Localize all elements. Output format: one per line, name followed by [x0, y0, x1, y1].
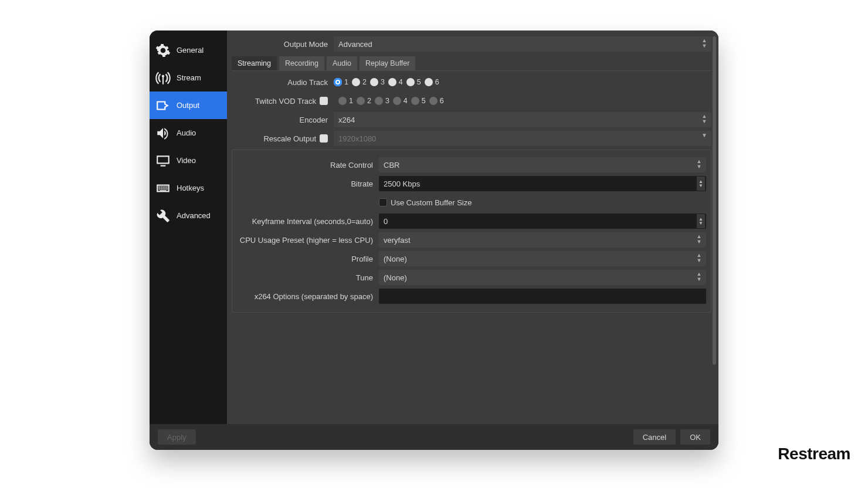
profile-row: Profile (None) ▲▼ — [232, 250, 706, 267]
main-content: Output Mode Advanced ▲▼ Streaming Record… — [227, 30, 718, 424]
output-mode-select[interactable]: Advanced ▲▼ — [334, 36, 711, 52]
scrollbar[interactable] — [713, 36, 716, 377]
twitch-vod-4: 4 — [393, 97, 408, 105]
radio-icon — [425, 78, 433, 86]
updown-icon: ▲▼ — [701, 38, 708, 49]
radio-icon — [406, 78, 415, 86]
sidebar-item-label: Output — [177, 101, 199, 110]
radio-icon — [375, 97, 383, 105]
tab-audio[interactable]: Audio — [327, 56, 357, 70]
cancel-button[interactable]: Cancel — [633, 429, 676, 445]
tab-replay-buffer[interactable]: Replay Buffer — [360, 56, 416, 70]
radio-icon — [352, 78, 360, 86]
custom-buffer-label: Use Custom Buffer Size — [391, 198, 472, 207]
twitch-vod-6: 6 — [429, 97, 444, 105]
sidebar-item-video[interactable]: Video — [150, 147, 227, 174]
keyframe-row: Keyframe Interval (seconds,0=auto) 0 ▲▼ — [232, 212, 706, 230]
profile-value: (None) — [384, 255, 407, 263]
rescale-checkbox[interactable] — [320, 134, 328, 143]
sidebar-item-hotkeys[interactable]: Hotkeys — [150, 174, 227, 202]
sidebar-item-label: Advanced — [177, 211, 211, 220]
sidebar-item-output[interactable]: Output — [150, 92, 227, 119]
ok-button[interactable]: OK — [680, 429, 710, 445]
tools-icon — [155, 208, 171, 223]
encoder-label: Encoder — [232, 116, 334, 124]
encoder-row: Encoder x264 ▲▼ — [232, 111, 711, 128]
scrollbar-thumb[interactable] — [713, 36, 716, 365]
sidebar-item-audio[interactable]: Audio — [150, 119, 227, 147]
output-mode-value: Advanced — [338, 40, 372, 49]
twitch-vod-3: 3 — [375, 97, 389, 105]
content-scroll: Output Mode Advanced ▲▼ Streaming Record… — [227, 30, 718, 424]
profile-label: Profile — [232, 255, 379, 263]
sidebar-item-label: Video — [177, 156, 196, 165]
keyboard-icon — [155, 181, 171, 196]
bitrate-input[interactable]: 2500 Kbps ▲▼ — [379, 176, 706, 191]
settings-window: General Stream Output Audio — [150, 30, 718, 450]
speaker-icon — [155, 126, 171, 141]
updown-icon: ▲▼ — [696, 253, 703, 263]
sidebar-item-advanced[interactable]: Advanced — [150, 202, 227, 229]
tune-label: Tune — [232, 273, 379, 282]
twitch-vod-label-wrap: Twitch VOD Track — [232, 97, 334, 106]
audio-track-3[interactable]: 3 — [370, 78, 385, 86]
keyframe-input[interactable]: 0 ▲▼ — [379, 214, 706, 229]
x264opts-row: x264 Options (separated by space) — [232, 287, 706, 305]
audio-track-2[interactable]: 2 — [352, 78, 367, 86]
bitrate-row: Bitrate 2500 Kbps ▲▼ — [232, 175, 706, 192]
spinner-icon[interactable]: ▲▼ — [697, 214, 705, 228]
custom-buffer-checkbox[interactable] — [379, 198, 387, 206]
audio-track-1[interactable]: 1 — [334, 78, 348, 86]
output-mode-row: Output Mode Advanced ▲▼ — [232, 35, 711, 53]
rescale-label-wrap: Rescale Output — [232, 134, 334, 143]
profile-select[interactable]: (None) ▲▼ — [379, 251, 706, 266]
audio-track-6[interactable]: 6 — [425, 78, 439, 86]
gear-icon — [155, 43, 171, 58]
cpu-preset-label: CPU Usage Preset (higher = less CPU) — [232, 236, 379, 245]
tab-recording[interactable]: Recording — [279, 56, 324, 70]
tune-row: Tune (None) ▲▼ — [232, 269, 706, 286]
radio-icon — [370, 78, 378, 86]
twitch-vod-checkbox[interactable] — [320, 97, 328, 105]
rescale-label: Rescale Output — [263, 134, 316, 143]
x264opts-label: x264 Options (separated by space) — [232, 292, 379, 301]
rate-control-value: CBR — [384, 161, 399, 170]
radio-icon — [357, 97, 365, 105]
spinner-icon[interactable]: ▲▼ — [697, 177, 705, 191]
monitor-icon — [155, 153, 171, 168]
watermark: Restream — [778, 445, 850, 463]
sidebar-item-label: General — [177, 46, 204, 55]
sidebar-item-label: Stream — [177, 73, 201, 82]
output-icon — [155, 98, 171, 113]
apply-button[interactable]: Apply — [158, 429, 196, 445]
rescale-row: Rescale Output 1920x1080 ▼ — [232, 130, 711, 147]
updown-icon: ▲▼ — [696, 234, 703, 245]
twitch-vod-label: Twitch VOD Track — [255, 97, 316, 106]
sidebar-item-general[interactable]: General — [150, 36, 227, 64]
rate-control-select[interactable]: CBR ▲▼ — [379, 157, 706, 172]
cpu-preset-value: veryfast — [384, 236, 411, 245]
updown-icon: ▲▼ — [701, 114, 708, 124]
output-mode-label: Output Mode — [232, 40, 334, 49]
encoder-select[interactable]: x264 ▲▼ — [334, 112, 711, 127]
rate-control-label: Rate Control — [232, 161, 379, 170]
audio-track-row: Audio Track 1 2 3 4 5 6 — [232, 73, 711, 91]
bitrate-label: Bitrate — [232, 179, 379, 188]
cpu-preset-select[interactable]: veryfast ▲▼ — [379, 232, 706, 248]
audio-track-4[interactable]: 4 — [388, 78, 403, 86]
sidebar-item-stream[interactable]: Stream — [150, 64, 227, 92]
antenna-icon — [155, 70, 171, 86]
keyframe-value: 0 — [384, 217, 388, 226]
custom-buffer-row: Use Custom Buffer Size — [232, 194, 706, 211]
x264opts-input[interactable] — [379, 289, 706, 304]
audio-track-radios: 1 2 3 4 5 6 — [334, 78, 711, 86]
tab-streaming[interactable]: Streaming — [232, 56, 277, 70]
audio-track-5[interactable]: 5 — [406, 78, 421, 86]
sidebar-item-label: Audio — [177, 128, 196, 137]
tune-select[interactable]: (None) ▲▼ — [379, 270, 706, 285]
rescale-select: 1920x1080 ▼ — [334, 131, 711, 146]
tune-value: (None) — [384, 273, 407, 282]
twitch-vod-2: 2 — [357, 97, 371, 105]
radio-icon — [338, 97, 347, 105]
cpu-preset-row: CPU Usage Preset (higher = less CPU) ver… — [232, 231, 706, 249]
